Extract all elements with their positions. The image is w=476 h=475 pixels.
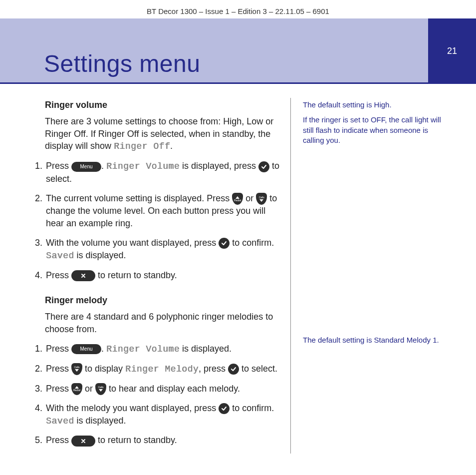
lcd-text: Ringer Volume bbox=[106, 344, 180, 354]
menu-button-icon: Menu bbox=[71, 162, 101, 172]
list-item: Press to return to standby. bbox=[45, 269, 281, 282]
text: Press bbox=[46, 435, 71, 445]
ok-check-icon bbox=[228, 364, 239, 375]
text: to select. bbox=[241, 364, 277, 374]
text: to hear and display each melody. bbox=[109, 384, 240, 394]
sidebar-text: The default setting is Standard Melody 1… bbox=[303, 335, 449, 345]
sidebar-note-melody: The default setting is Standard Melody 1… bbox=[303, 335, 449, 345]
ringer-melody-intro: There are 4 standard and 6 polyphonic ri… bbox=[45, 311, 281, 336]
text: With the volume you want displayed, pres… bbox=[46, 238, 219, 248]
lcd-text: Ringer Volume bbox=[106, 161, 180, 171]
list-item: The current volume setting is displayed.… bbox=[45, 192, 281, 230]
text: or bbox=[85, 384, 95, 394]
up-redial-icon: Redial bbox=[232, 193, 243, 205]
heading-ringer-melody: Ringer melody bbox=[45, 294, 281, 307]
text: to confirm. bbox=[232, 238, 274, 248]
ringer-melody-steps: Press Menu. Ringer Volume is displayed. … bbox=[31, 343, 281, 447]
text: Press bbox=[46, 161, 71, 171]
list-item: Press Menu. Ringer Volume is displayed. bbox=[45, 343, 281, 356]
text: Press bbox=[46, 384, 71, 394]
down-calls-icon: Calls bbox=[71, 363, 82, 375]
down-calls-icon: Calls bbox=[95, 383, 106, 395]
lcd-text: Ringer Off bbox=[114, 141, 170, 151]
text: is displayed. bbox=[74, 250, 126, 260]
sidebar-text: If the ringer is set to OFF, the call li… bbox=[303, 115, 449, 145]
running-header: BT Decor 1300 – Issue 1 – Edition 3 – 22… bbox=[0, 0, 476, 15]
list-item: Press Redial or Calls to hear and displa… bbox=[45, 383, 281, 395]
text: Press bbox=[46, 344, 71, 354]
cancel-x-icon bbox=[71, 436, 95, 447]
sidebar-column: The default setting is High. If the ring… bbox=[291, 98, 461, 460]
text: . bbox=[170, 141, 173, 151]
list-item: Press to return to standby. bbox=[45, 434, 281, 447]
lcd-text: Saved bbox=[46, 251, 74, 261]
text: to confirm. bbox=[232, 403, 274, 413]
text: With the melody you want displayed, pres… bbox=[46, 403, 219, 413]
page-number-tab: 21 bbox=[428, 18, 476, 84]
text: Press bbox=[46, 270, 71, 280]
ringer-volume-intro: There are 3 volume settings to choose fr… bbox=[45, 115, 281, 153]
text: . bbox=[101, 344, 106, 354]
sidebar-text: The default setting is High. bbox=[303, 100, 449, 110]
text: to return to standby. bbox=[98, 435, 177, 445]
cancel-x-icon bbox=[71, 270, 95, 281]
lcd-text: Ringer Melody bbox=[125, 364, 199, 374]
text: or bbox=[245, 193, 256, 203]
text: The current volume setting is displayed.… bbox=[46, 193, 232, 203]
title-banner: Settings menu 21 bbox=[0, 18, 476, 84]
ringer-volume-steps: Press Menu. Ringer Volume is displayed, … bbox=[31, 160, 281, 281]
text: is displayed, press bbox=[180, 161, 258, 171]
text: is displayed. bbox=[180, 344, 232, 354]
list-item: Press Calls to display Ringer Melody, pr… bbox=[45, 363, 281, 376]
main-column: Ringer volume There are 3 volume setting… bbox=[0, 98, 290, 460]
ok-check-icon bbox=[258, 161, 269, 172]
lcd-text: Saved bbox=[46, 416, 74, 426]
text: Press bbox=[46, 364, 71, 374]
sidebar-note-volume: The default setting is High. If the ring… bbox=[303, 100, 449, 145]
ok-check-icon bbox=[219, 238, 230, 249]
menu-button-icon: Menu bbox=[71, 344, 101, 354]
list-item: Press Menu. Ringer Volume is displayed, … bbox=[45, 160, 281, 185]
list-item: With the volume you want displayed, pres… bbox=[45, 237, 281, 262]
text: to return to standby. bbox=[98, 270, 177, 280]
ok-check-icon bbox=[219, 403, 230, 414]
text: , press bbox=[199, 364, 228, 374]
up-redial-icon: Redial bbox=[71, 383, 82, 395]
text: is displayed. bbox=[74, 416, 126, 426]
text: to display bbox=[85, 364, 125, 374]
down-calls-icon: Calls bbox=[256, 193, 267, 205]
text: . bbox=[101, 161, 106, 171]
page-title: Settings menu bbox=[44, 50, 200, 77]
heading-ringer-volume: Ringer volume bbox=[45, 99, 281, 111]
list-item: With the melody you want displayed, pres… bbox=[45, 402, 281, 428]
